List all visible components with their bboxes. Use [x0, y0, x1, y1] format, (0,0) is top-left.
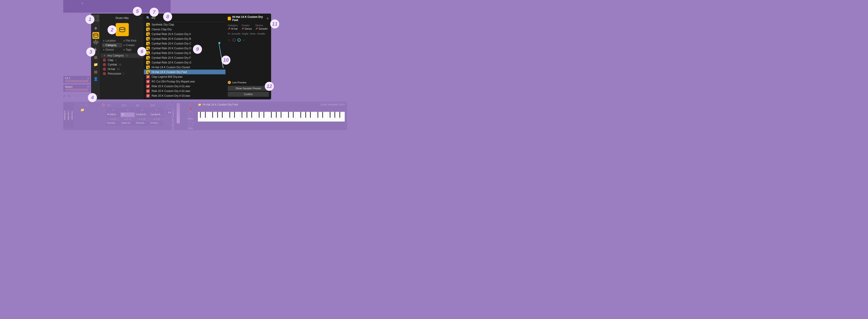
toolbar-list-icon[interactable]: ☰	[68, 94, 70, 98]
piano-key[interactable]	[200, 112, 203, 122]
piano-key[interactable]	[264, 112, 267, 122]
browser-tab-folder[interactable]: 📁	[92, 61, 99, 68]
play-icon[interactable]: ▸	[110, 118, 112, 120]
mute-button[interactable]: M	[129, 118, 131, 120]
pad-sample[interactable]: Cymbal A...	[150, 113, 163, 117]
volume-meter[interactable]	[177, 103, 180, 123]
device-label[interactable]: ASM KIT 1	[67, 103, 70, 128]
toolbar-chevron-icon[interactable]: ˇ	[72, 94, 73, 98]
piano-key[interactable]	[235, 112, 237, 122]
category-percussion[interactable]: Percussion1	[100, 71, 144, 76]
crown-icon[interactable]: ♔	[81, 103, 83, 107]
close-icon[interactable]: ✕	[267, 17, 269, 20]
tag[interactable]: metallic	[257, 32, 265, 35]
color-swatch-black[interactable]	[232, 38, 236, 41]
pin-icon[interactable]: 📌	[189, 107, 192, 110]
tag[interactable]: bright	[242, 32, 248, 35]
chevron-right-icon[interactable]: ›	[104, 108, 105, 111]
category-clap[interactable]: Clap3	[100, 58, 144, 62]
filter-creator[interactable]: ✱Creator	[122, 43, 143, 47]
add-sample-button[interactable]: +	[150, 107, 163, 112]
piano-key[interactable]	[313, 112, 315, 122]
solo-button[interactable]: S	[127, 118, 128, 120]
piano-key[interactable]	[293, 112, 296, 122]
toolbar-close-icon[interactable]: ✕	[76, 94, 78, 98]
piano-key[interactable]	[254, 112, 257, 122]
power-icon[interactable]: ⏻	[102, 103, 105, 107]
tag[interactable]: clean	[250, 32, 255, 35]
piano-key[interactable]	[288, 112, 291, 122]
moon-icon[interactable]: ☾	[189, 103, 192, 106]
pad-sample[interactable]: Cymbal A...	[135, 113, 149, 117]
add-color-icon[interactable]: +	[242, 38, 246, 41]
piano-key[interactable]	[205, 112, 208, 122]
piano-key[interactable]	[340, 112, 342, 122]
piano-key[interactable]	[296, 112, 298, 122]
favorite-icon[interactable]: ☆	[228, 38, 231, 42]
select-knob[interactable]	[188, 111, 193, 117]
folder-icon[interactable]: 📁	[81, 108, 84, 111]
play-icon[interactable]: ▸	[139, 118, 140, 120]
piano-key[interactable]	[306, 112, 308, 122]
filter-device[interactable]: ✱Device	[102, 47, 122, 52]
piano-key[interactable]	[247, 112, 249, 122]
browser-tab-user[interactable]: 👤	[92, 75, 99, 82]
solo-button[interactable]: S	[141, 118, 143, 120]
keyboard-view[interactable]	[198, 111, 345, 122]
filter-location[interactable]: ✱Location	[102, 38, 122, 43]
device-label[interactable]: ASM Kit 1	[70, 103, 74, 128]
toolbar-settings-icon[interactable]: ⇄	[63, 94, 65, 98]
pad-name[interactable]: Percussi...	[106, 121, 120, 126]
browser-tab-collection[interactable]: ▤	[92, 68, 99, 75]
piano-key[interactable]	[330, 112, 333, 122]
piano-key[interactable]	[342, 112, 345, 122]
track-fx1[interactable]: FX 1	[63, 76, 90, 83]
filter-category[interactable]: ✱Category	[102, 43, 122, 47]
piano-key[interactable]	[222, 112, 225, 122]
confirm-button[interactable]: Confirm	[228, 92, 269, 97]
mute-button[interactable]: M	[115, 118, 116, 120]
keyboard-icon[interactable]: ▦	[85, 103, 88, 107]
browser-tab-drums[interactable]	[92, 32, 99, 39]
piano-key[interactable]	[322, 112, 325, 122]
add-sample-button[interactable]: +	[121, 107, 135, 112]
piano-key[interactable]	[213, 112, 215, 122]
color-swatch-cyan[interactable]	[238, 38, 241, 41]
piano-key[interactable]	[218, 112, 220, 122]
piano-key[interactable]	[276, 112, 279, 122]
solo-button[interactable]: S	[156, 118, 157, 120]
piano-key[interactable]	[252, 112, 254, 122]
piano-key[interactable]	[230, 112, 232, 122]
pad-name[interactable]: Percussi...	[135, 121, 149, 126]
category-hi-hat[interactable]: Hi-hat26	[100, 67, 144, 71]
tag[interactable]: acoustic	[231, 32, 241, 35]
mute-button[interactable]: M	[144, 118, 145, 120]
filter-file-kind[interactable]: ✱File Kind	[122, 38, 143, 43]
live-preview-toggle[interactable]: ✓ Live Preview	[228, 81, 269, 84]
pad-name[interactable]: Snare AS...	[121, 121, 135, 126]
browser-tab-instruments[interactable]: ✱	[92, 25, 99, 32]
category-any[interactable]: ✱ Any Category 65	[100, 53, 144, 58]
pad-sample[interactable]: Hi-Hat A...	[106, 113, 120, 117]
piano-key[interactable]	[271, 112, 274, 122]
add-sample-button[interactable]: +	[135, 107, 149, 112]
piano-key[interactable]	[281, 112, 283, 122]
piano-key[interactable]	[267, 112, 269, 122]
piano-key[interactable]	[318, 112, 320, 122]
pitch-knob[interactable]	[188, 121, 193, 126]
piano-key[interactable]	[259, 112, 261, 122]
folder-icon[interactable]: 📁	[198, 103, 201, 106]
show-sampler-presets-button[interactable]: Show Sampler Presets	[228, 86, 269, 91]
piano-key[interactable]	[325, 112, 328, 122]
add-sample-button[interactable]: +	[106, 107, 120, 112]
add-tab-plus[interactable]: +	[81, 1, 83, 5]
piano-key[interactable]	[301, 112, 303, 122]
play-icon[interactable]: ▸	[125, 118, 126, 120]
piano-key[interactable]	[242, 112, 244, 122]
piano-key[interactable]	[283, 112, 286, 122]
favorite-star-icon[interactable]: ☆	[139, 16, 142, 20]
solo-button[interactable]: S	[112, 118, 114, 120]
mute-button[interactable]: M	[158, 118, 160, 120]
piano-key[interactable]	[208, 112, 210, 122]
piano-key[interactable]	[335, 112, 337, 122]
